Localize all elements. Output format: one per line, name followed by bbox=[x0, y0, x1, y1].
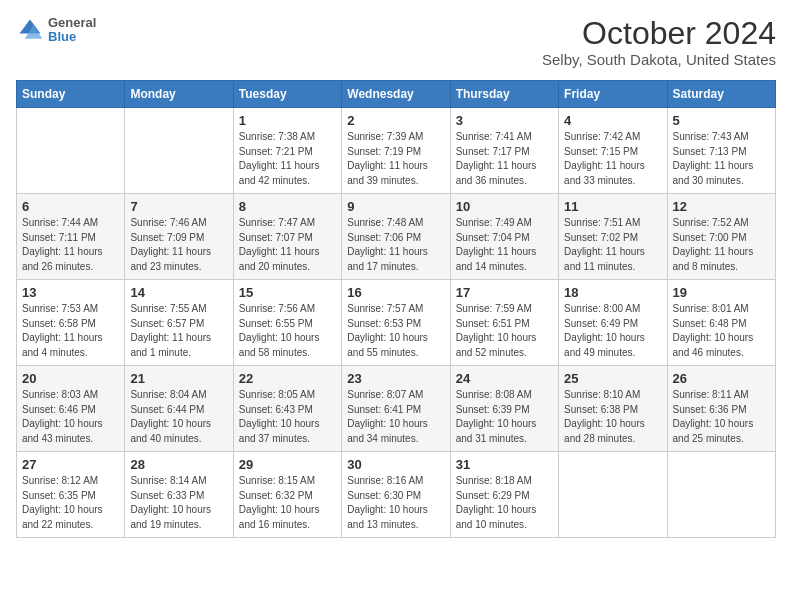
day-number: 26 bbox=[673, 371, 770, 386]
day-info: Sunrise: 7:55 AMSunset: 6:57 PMDaylight:… bbox=[130, 302, 227, 360]
day-cell: 18 Sunrise: 8:00 AMSunset: 6:49 PMDaylig… bbox=[559, 280, 667, 366]
day-number: 2 bbox=[347, 113, 444, 128]
day-cell: 4 Sunrise: 7:42 AMSunset: 7:15 PMDayligh… bbox=[559, 108, 667, 194]
day-number: 24 bbox=[456, 371, 553, 386]
day-number: 5 bbox=[673, 113, 770, 128]
day-cell: 29 Sunrise: 8:15 AMSunset: 6:32 PMDaylig… bbox=[233, 452, 341, 538]
day-cell: 31 Sunrise: 8:18 AMSunset: 6:29 PMDaylig… bbox=[450, 452, 558, 538]
day-number: 19 bbox=[673, 285, 770, 300]
day-cell: 7 Sunrise: 7:46 AMSunset: 7:09 PMDayligh… bbox=[125, 194, 233, 280]
column-header-thursday: Thursday bbox=[450, 81, 558, 108]
day-info: Sunrise: 8:18 AMSunset: 6:29 PMDaylight:… bbox=[456, 474, 553, 532]
day-info: Sunrise: 7:38 AMSunset: 7:21 PMDaylight:… bbox=[239, 130, 336, 188]
day-info: Sunrise: 8:12 AMSunset: 6:35 PMDaylight:… bbox=[22, 474, 119, 532]
day-cell: 22 Sunrise: 8:05 AMSunset: 6:43 PMDaylig… bbox=[233, 366, 341, 452]
day-number: 22 bbox=[239, 371, 336, 386]
day-number: 12 bbox=[673, 199, 770, 214]
day-info: Sunrise: 8:04 AMSunset: 6:44 PMDaylight:… bbox=[130, 388, 227, 446]
logo-icon bbox=[16, 16, 44, 44]
day-cell: 25 Sunrise: 8:10 AMSunset: 6:38 PMDaylig… bbox=[559, 366, 667, 452]
day-info: Sunrise: 8:11 AMSunset: 6:36 PMDaylight:… bbox=[673, 388, 770, 446]
day-number: 8 bbox=[239, 199, 336, 214]
page-header: General Blue October 2024 Selby, South D… bbox=[16, 16, 776, 68]
day-number: 20 bbox=[22, 371, 119, 386]
day-cell bbox=[667, 452, 775, 538]
logo-line2: Blue bbox=[48, 30, 96, 44]
day-number: 10 bbox=[456, 199, 553, 214]
day-cell: 16 Sunrise: 7:57 AMSunset: 6:53 PMDaylig… bbox=[342, 280, 450, 366]
day-info: Sunrise: 7:41 AMSunset: 7:17 PMDaylight:… bbox=[456, 130, 553, 188]
day-cell: 20 Sunrise: 8:03 AMSunset: 6:46 PMDaylig… bbox=[17, 366, 125, 452]
day-cell: 11 Sunrise: 7:51 AMSunset: 7:02 PMDaylig… bbox=[559, 194, 667, 280]
day-cell bbox=[559, 452, 667, 538]
day-cell: 10 Sunrise: 7:49 AMSunset: 7:04 PMDaylig… bbox=[450, 194, 558, 280]
day-info: Sunrise: 7:42 AMSunset: 7:15 PMDaylight:… bbox=[564, 130, 661, 188]
day-info: Sunrise: 7:53 AMSunset: 6:58 PMDaylight:… bbox=[22, 302, 119, 360]
day-info: Sunrise: 8:05 AMSunset: 6:43 PMDaylight:… bbox=[239, 388, 336, 446]
day-number: 27 bbox=[22, 457, 119, 472]
day-cell: 14 Sunrise: 7:55 AMSunset: 6:57 PMDaylig… bbox=[125, 280, 233, 366]
day-number: 31 bbox=[456, 457, 553, 472]
day-number: 28 bbox=[130, 457, 227, 472]
day-number: 7 bbox=[130, 199, 227, 214]
day-cell: 12 Sunrise: 7:52 AMSunset: 7:00 PMDaylig… bbox=[667, 194, 775, 280]
day-info: Sunrise: 7:52 AMSunset: 7:00 PMDaylight:… bbox=[673, 216, 770, 274]
title-block: October 2024 Selby, South Dakota, United… bbox=[542, 16, 776, 68]
column-header-saturday: Saturday bbox=[667, 81, 775, 108]
day-cell: 8 Sunrise: 7:47 AMSunset: 7:07 PMDayligh… bbox=[233, 194, 341, 280]
logo-text: General Blue bbox=[48, 16, 96, 45]
day-info: Sunrise: 7:48 AMSunset: 7:06 PMDaylight:… bbox=[347, 216, 444, 274]
day-info: Sunrise: 7:44 AMSunset: 7:11 PMDaylight:… bbox=[22, 216, 119, 274]
day-cell: 3 Sunrise: 7:41 AMSunset: 7:17 PMDayligh… bbox=[450, 108, 558, 194]
day-number: 1 bbox=[239, 113, 336, 128]
calendar-header: SundayMondayTuesdayWednesdayThursdayFrid… bbox=[17, 81, 776, 108]
day-cell: 2 Sunrise: 7:39 AMSunset: 7:19 PMDayligh… bbox=[342, 108, 450, 194]
day-number: 3 bbox=[456, 113, 553, 128]
day-number: 13 bbox=[22, 285, 119, 300]
calendar-title: October 2024 bbox=[542, 16, 776, 51]
day-info: Sunrise: 7:59 AMSunset: 6:51 PMDaylight:… bbox=[456, 302, 553, 360]
week-row-1: 1 Sunrise: 7:38 AMSunset: 7:21 PMDayligh… bbox=[17, 108, 776, 194]
day-number: 9 bbox=[347, 199, 444, 214]
day-info: Sunrise: 8:00 AMSunset: 6:49 PMDaylight:… bbox=[564, 302, 661, 360]
day-number: 30 bbox=[347, 457, 444, 472]
day-cell: 30 Sunrise: 8:16 AMSunset: 6:30 PMDaylig… bbox=[342, 452, 450, 538]
header-row: SundayMondayTuesdayWednesdayThursdayFrid… bbox=[17, 81, 776, 108]
day-info: Sunrise: 8:03 AMSunset: 6:46 PMDaylight:… bbox=[22, 388, 119, 446]
day-info: Sunrise: 7:39 AMSunset: 7:19 PMDaylight:… bbox=[347, 130, 444, 188]
day-info: Sunrise: 7:57 AMSunset: 6:53 PMDaylight:… bbox=[347, 302, 444, 360]
day-cell: 27 Sunrise: 8:12 AMSunset: 6:35 PMDaylig… bbox=[17, 452, 125, 538]
day-number: 11 bbox=[564, 199, 661, 214]
week-row-5: 27 Sunrise: 8:12 AMSunset: 6:35 PMDaylig… bbox=[17, 452, 776, 538]
day-cell: 5 Sunrise: 7:43 AMSunset: 7:13 PMDayligh… bbox=[667, 108, 775, 194]
day-info: Sunrise: 8:01 AMSunset: 6:48 PMDaylight:… bbox=[673, 302, 770, 360]
day-info: Sunrise: 8:14 AMSunset: 6:33 PMDaylight:… bbox=[130, 474, 227, 532]
day-cell: 17 Sunrise: 7:59 AMSunset: 6:51 PMDaylig… bbox=[450, 280, 558, 366]
day-cell: 1 Sunrise: 7:38 AMSunset: 7:21 PMDayligh… bbox=[233, 108, 341, 194]
day-cell: 6 Sunrise: 7:44 AMSunset: 7:11 PMDayligh… bbox=[17, 194, 125, 280]
day-cell bbox=[125, 108, 233, 194]
day-cell: 13 Sunrise: 7:53 AMSunset: 6:58 PMDaylig… bbox=[17, 280, 125, 366]
day-number: 6 bbox=[22, 199, 119, 214]
day-number: 25 bbox=[564, 371, 661, 386]
week-row-2: 6 Sunrise: 7:44 AMSunset: 7:11 PMDayligh… bbox=[17, 194, 776, 280]
day-cell bbox=[17, 108, 125, 194]
day-cell: 9 Sunrise: 7:48 AMSunset: 7:06 PMDayligh… bbox=[342, 194, 450, 280]
calendar-table: SundayMondayTuesdayWednesdayThursdayFrid… bbox=[16, 80, 776, 538]
day-info: Sunrise: 8:16 AMSunset: 6:30 PMDaylight:… bbox=[347, 474, 444, 532]
column-header-sunday: Sunday bbox=[17, 81, 125, 108]
column-header-friday: Friday bbox=[559, 81, 667, 108]
day-cell: 15 Sunrise: 7:56 AMSunset: 6:55 PMDaylig… bbox=[233, 280, 341, 366]
column-header-wednesday: Wednesday bbox=[342, 81, 450, 108]
day-cell: 28 Sunrise: 8:14 AMSunset: 6:33 PMDaylig… bbox=[125, 452, 233, 538]
day-cell: 23 Sunrise: 8:07 AMSunset: 6:41 PMDaylig… bbox=[342, 366, 450, 452]
logo: General Blue bbox=[16, 16, 96, 45]
week-row-4: 20 Sunrise: 8:03 AMSunset: 6:46 PMDaylig… bbox=[17, 366, 776, 452]
day-info: Sunrise: 7:56 AMSunset: 6:55 PMDaylight:… bbox=[239, 302, 336, 360]
day-number: 23 bbox=[347, 371, 444, 386]
day-cell: 21 Sunrise: 8:04 AMSunset: 6:44 PMDaylig… bbox=[125, 366, 233, 452]
day-info: Sunrise: 7:43 AMSunset: 7:13 PMDaylight:… bbox=[673, 130, 770, 188]
day-info: Sunrise: 8:15 AMSunset: 6:32 PMDaylight:… bbox=[239, 474, 336, 532]
day-info: Sunrise: 7:47 AMSunset: 7:07 PMDaylight:… bbox=[239, 216, 336, 274]
day-info: Sunrise: 7:51 AMSunset: 7:02 PMDaylight:… bbox=[564, 216, 661, 274]
